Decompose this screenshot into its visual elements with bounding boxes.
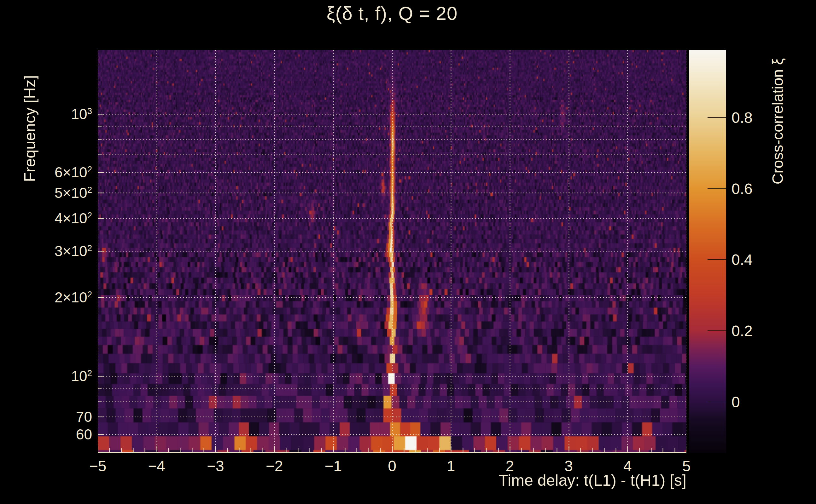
y-tick-label: 5×102 xyxy=(0,184,92,201)
y-tick-label: 102 xyxy=(0,368,92,385)
figure: ξ(δ t, f), Q = 20 Frequency [Hz] 1036×10… xyxy=(0,0,816,504)
y-tick-label: 2×102 xyxy=(0,289,92,306)
colorbar-tick-label: 0.8 xyxy=(732,109,753,126)
x-axis-title: Time delay: t(L1) - t(H1) [s] xyxy=(98,471,687,490)
colorbar-tick-label: 0.4 xyxy=(732,251,753,268)
spectrogram-canvas xyxy=(98,50,687,453)
colorbar-tick-mark xyxy=(708,330,726,331)
colorbar-tick-mark xyxy=(708,117,726,118)
y-tick-label: 3×102 xyxy=(0,243,92,260)
y-tick-label: 103 xyxy=(0,106,92,123)
colorbar-tick-label: 0.6 xyxy=(732,180,753,197)
y-tick-label: 6×102 xyxy=(0,164,92,181)
y-tick-label: 4×102 xyxy=(0,210,92,227)
y-tick-label: 70 xyxy=(0,408,92,425)
colorbar xyxy=(689,50,726,453)
colorbar-tick-label: 0 xyxy=(732,393,740,411)
colorbar-tick-mark xyxy=(708,259,726,260)
colorbar-tick-mark xyxy=(708,402,726,402)
colorbar-tick-mark xyxy=(708,188,726,189)
y-tick-label: 60 xyxy=(0,426,92,443)
plot-title: ξ(δ t, f), Q = 20 xyxy=(98,3,687,24)
colorbar-tick-label: 0.2 xyxy=(732,322,753,340)
colorbar-title: Cross-correlation ξ xyxy=(769,58,786,184)
